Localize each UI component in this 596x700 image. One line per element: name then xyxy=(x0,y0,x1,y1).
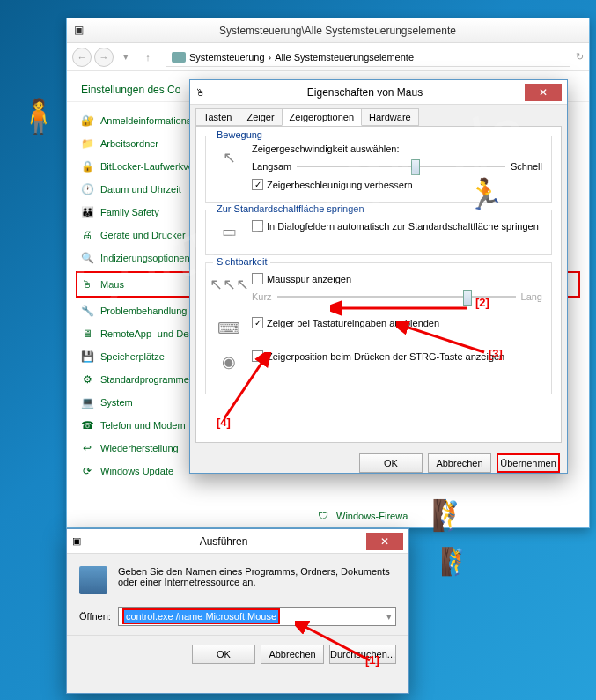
visibility-title: Sichtbarkeit xyxy=(213,256,270,267)
firewall-icon: 🛡 xyxy=(315,508,331,524)
item-label: Problembehandlung xyxy=(100,306,187,316)
item-label: Speicherplätze xyxy=(100,351,165,362)
item-label: Telefon und Modem xyxy=(100,420,186,431)
item-label: Maus xyxy=(100,279,124,290)
dialog-title: Eigenschaften von Maus xyxy=(205,86,525,99)
mouse-properties-dialog: 🖱 Eigenschaften von Maus ✕ TastenZeigerZ… xyxy=(189,79,568,474)
tab-strip: TastenZeigerZeigeroptionenHardware xyxy=(190,105,567,126)
cp-icon xyxy=(172,52,186,63)
ok-button[interactable]: OK xyxy=(359,453,423,473)
trails-label: Mausspur anzeigen xyxy=(267,274,351,284)
run-cancel-button[interactable]: Abbrechen xyxy=(261,645,324,664)
visibility-group: Sichtbarkeit ↖↖↖ Mausspur anzeigen Kurz xyxy=(205,262,552,394)
run-browse-button[interactable]: Durchsuchen... xyxy=(329,645,396,664)
window-icon: ▣ xyxy=(74,24,88,38)
short-label: Kurz xyxy=(252,291,272,302)
item-label: BitLocker-Laufwerkvers xyxy=(100,161,202,172)
item-icon: 💾 xyxy=(79,349,95,365)
snap-checkbox[interactable] xyxy=(252,220,263,232)
run-window-icon: ▣ xyxy=(72,535,81,547)
dropdown-icon[interactable]: ▾ xyxy=(386,611,392,623)
item-icon: ⟳ xyxy=(79,463,95,479)
tab-zeiger[interactable]: Zeiger xyxy=(239,108,282,126)
item-label: Family Safety xyxy=(100,207,159,217)
tab-hardware[interactable]: Hardware xyxy=(361,108,419,126)
motion-title: Bewegung xyxy=(213,129,266,140)
run-buttons: OK Abbrechen Durchsuchen... xyxy=(67,635,408,673)
breadcrumb-part1[interactable]: Systemsteuerung xyxy=(189,52,265,63)
item-label: Indizierungsoptionen xyxy=(100,253,190,263)
item-label: Anmeldeinformationsve xyxy=(100,115,202,126)
ctrl-label: Zeigerposition beim Drücken der STRG-Tas… xyxy=(267,351,504,362)
item-label: Datum und Uhrzeit xyxy=(100,184,181,195)
run-dialog: ▣ Ausführen ✕ Geben Sie den Namen eines … xyxy=(66,528,409,694)
item-icon: 👪 xyxy=(79,204,95,220)
annotation-3: [3] xyxy=(489,347,503,360)
fast-label: Schnell xyxy=(511,161,542,172)
enhance-checkbox[interactable] xyxy=(252,179,263,190)
speed-label: Zeigergeschwindigkeit auswählen: xyxy=(252,144,542,154)
ctrl-checkbox[interactable] xyxy=(252,350,263,362)
dialog-buttons: OK Abbrechen Übernehmen xyxy=(190,448,567,478)
button-icon: ▭ xyxy=(215,217,243,246)
motion-group: Bewegung ↖ Zeigergeschwindigkeit auswähl… xyxy=(205,136,552,203)
snap-label: In Dialogfeldern automatisch zur Standar… xyxy=(267,221,539,232)
pointer-icon: ↖ xyxy=(215,144,243,172)
slow-label: Langsam xyxy=(252,161,291,172)
forward-button[interactable]: → xyxy=(94,48,114,67)
open-input[interactable]: control.exe /name Microsoft.Mouse ▾ xyxy=(118,607,396,626)
item-icon: ↩ xyxy=(79,440,95,456)
enhance-label: Zeigerbeschleunigung verbessern xyxy=(267,180,413,190)
long-label: Lang xyxy=(521,291,542,302)
keyboard-icon: ⌨ xyxy=(215,314,243,343)
breadcrumb[interactable]: Systemsteuerung › Alle Systemsteuerungse… xyxy=(166,48,570,67)
annotation-4: [4] xyxy=(217,416,231,429)
back-button[interactable]: ← xyxy=(72,48,92,67)
item-label: Standardprogramme xyxy=(100,374,189,385)
tab-zeigeroptionen[interactable]: Zeigeroptionen xyxy=(282,108,362,126)
item-icon: 🔍 xyxy=(79,250,95,266)
chevron-right-icon: › xyxy=(269,52,272,63)
snap-group: Zur Standardschaltfläche springen ▭ In D… xyxy=(205,210,552,255)
item-icon: 🔧 xyxy=(79,303,95,319)
window-title: Systemsteuerung\Alle Systemsteuerungsele… xyxy=(93,25,582,37)
item-label: Windows Update xyxy=(100,466,173,476)
item-icon: 🖥 xyxy=(79,326,95,342)
run-close-button[interactable]: ✕ xyxy=(366,533,403,550)
run-icon xyxy=(79,566,107,594)
apply-button[interactable]: Übernehmen xyxy=(497,453,560,473)
breadcrumb-part2[interactable]: Alle Systemsteuerungselemente xyxy=(275,52,414,63)
annotation-1: [1] xyxy=(365,653,379,667)
item-icon: 🔐 xyxy=(79,113,95,129)
item-label: Windows-Firewa xyxy=(336,511,408,521)
cp-item-firewall[interactable]: 🛡Windows-Firewa xyxy=(313,505,409,527)
titlebar: ▣ Systemsteuerung\Alle Systemsteuerungse… xyxy=(67,18,589,43)
tab-content: Bewegung ↖ Zeigergeschwindigkeit auswähl… xyxy=(195,126,562,443)
speed-slider[interactable] xyxy=(297,158,505,175)
open-label: Öffnen: xyxy=(79,611,111,622)
close-button[interactable]: ✕ xyxy=(525,84,562,101)
trails-checkbox[interactable] xyxy=(252,273,263,284)
up-button[interactable]: ↑ xyxy=(138,48,158,67)
dropdown-nav[interactable]: ▾ xyxy=(116,48,136,67)
run-ok-button[interactable]: OK xyxy=(192,645,255,664)
refresh-icon[interactable]: ↻ xyxy=(576,51,584,63)
decoration-figure: 🧗 xyxy=(440,546,473,577)
toolbar: ← → ▾ ↑ Systemsteuerung › Alle Systemste… xyxy=(67,43,589,71)
item-icon: ☎ xyxy=(79,417,95,433)
tab-tasten[interactable]: Tasten xyxy=(195,108,239,126)
item-label: Geräte und Drucker xyxy=(100,230,186,240)
run-description: Geben Sie den Namen eines Programms, Ord… xyxy=(118,566,396,594)
item-label: RemoteApp- und Deskt xyxy=(100,328,201,339)
item-icon: 🖨 xyxy=(79,227,95,243)
hide-checkbox[interactable] xyxy=(252,317,263,328)
mouse-icon: 🖱 xyxy=(195,87,205,98)
item-label: Wiederherstellung xyxy=(100,443,179,453)
snap-title: Zur Standardschaltfläche springen xyxy=(213,203,368,214)
annotation-2: [2] xyxy=(475,296,489,309)
cancel-button[interactable]: Abbrechen xyxy=(428,453,491,473)
item-label: Arbeitsordner xyxy=(100,138,158,149)
item-icon: 💻 xyxy=(79,394,95,410)
dialog-titlebar: 🖱 Eigenschaften von Maus ✕ xyxy=(190,80,567,105)
ctrl-icon: ◉ xyxy=(215,348,243,376)
